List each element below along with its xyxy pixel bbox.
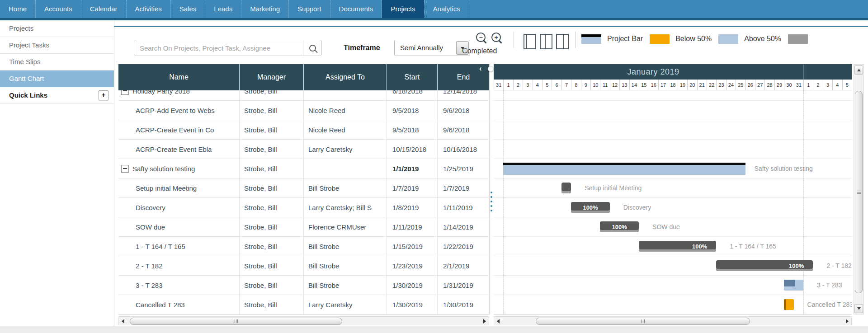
- scroll-left-arrow-icon[interactable]: [495, 318, 501, 324]
- table-row[interactable]: Setup initial MeetingStrobe, BillBill St…: [118, 178, 489, 198]
- pane-splitter[interactable]: [489, 64, 490, 314]
- crm-gantt-app: HomeAccountsCalendarActivitiesSalesLeads…: [0, 0, 868, 333]
- table-row[interactable]: ACRP-Create Event in CoStrobe, BillNicol…: [118, 120, 489, 140]
- gantt-bar-setup-initial-meeting[interactable]: [561, 183, 571, 193]
- collapse-expander-icon[interactable]: [121, 90, 129, 95]
- table-row[interactable]: 1 - T 164 / T 165Strobe, BillBill Strobe…: [118, 237, 489, 256]
- nav-tab-sales[interactable]: Sales: [171, 0, 206, 18]
- gantt-bar-label: 1 - T 164 / T 165: [730, 243, 776, 250]
- cell-name: Cancelled T 283: [118, 295, 240, 314]
- search-button[interactable]: [303, 40, 321, 56]
- nav-tab-support[interactable]: Support: [289, 0, 330, 18]
- cell-assigned-to: Nicole Reed: [304, 120, 387, 139]
- sidebar-item-gantt-chart[interactable]: Gantt Chart: [0, 70, 114, 87]
- gantt-bar-3-t-283[interactable]: [784, 280, 803, 291]
- gantt-bar-label: SOW due: [652, 223, 680, 230]
- sidebar-item-quick-links[interactable]: Quick Links+: [0, 87, 114, 104]
- day-header-cell: 19: [678, 80, 687, 90]
- splitter-grip-dot: [491, 210, 492, 211]
- gantt-bar-discovery[interactable]: 100%: [571, 202, 610, 213]
- gantt-bar-2-t-182[interactable]: 100%: [716, 260, 813, 271]
- add-quick-link-button[interactable]: +: [99, 90, 108, 100]
- day-header-cell: 22: [707, 80, 716, 90]
- gantt-bar-sow-due[interactable]: 100%: [600, 221, 639, 232]
- zoom-out-button[interactable]: −: [476, 33, 489, 45]
- column-header-start[interactable]: Start: [387, 64, 438, 90]
- table-row[interactable]: DiscoveryStrobe, BillLarry Caretsky; Bil…: [118, 198, 489, 217]
- pane-center-icon[interactable]: [540, 34, 552, 49]
- day-header-cell: 18: [668, 80, 677, 90]
- splitter-knob[interactable]: [488, 66, 494, 72]
- timeframe-dropdown[interactable]: Semi Annually: [394, 40, 470, 56]
- day-header-cell: 15: [639, 80, 648, 90]
- gantt-bar-1-t-164-t-165[interactable]: 100%: [639, 241, 716, 252]
- cell-name: Setup initial Meeting: [118, 178, 240, 197]
- day-header-cell: 21: [697, 80, 707, 90]
- cell-name: ACRP-Add Event to Webs: [118, 101, 240, 120]
- zoom-in-button[interactable]: +: [491, 33, 504, 45]
- table-scrollbar-thumb[interactable]: [130, 318, 342, 325]
- search-input[interactable]: [134, 40, 303, 56]
- toolbar-divider: [514, 32, 514, 48]
- legend-swatch-project-bar: [581, 34, 601, 44]
- cell-name: ACRP-Create Event in Co: [118, 120, 240, 139]
- table-row[interactable]: Holiday Party 2018Strobe, Bill6/18/20181…: [118, 90, 489, 101]
- cell-assigned-to: Bill Strobe: [304, 178, 387, 197]
- gantt-body: Safty solution testingSetup initial Meet…: [494, 90, 852, 314]
- gantt-bar-label: Safty solution testing: [755, 165, 813, 172]
- splitter-grip-dot: [491, 192, 492, 193]
- gantt-scrollbar-thumb[interactable]: [536, 318, 750, 325]
- column-header-assigned-to[interactable]: Assigned To: [304, 64, 387, 90]
- nav-tab-documents[interactable]: Documents: [330, 0, 382, 18]
- table-row[interactable]: Safty solution testingStrobe, Bill1/1/20…: [118, 159, 489, 178]
- table-row[interactable]: 3 - T 283Strobe, BillBill Strobe1/30/201…: [118, 276, 489, 295]
- scroll-right-arrow-icon[interactable]: [844, 318, 850, 324]
- collapse-expander-icon[interactable]: [121, 165, 129, 173]
- cell-manager: Strobe, Bill: [240, 120, 304, 139]
- table-row[interactable]: ACRP-Create Event EblaStrobe, BillLarry …: [118, 140, 489, 159]
- task-name-text: Setup initial Meeting: [136, 184, 197, 192]
- day-header-cell: 9: [581, 80, 590, 90]
- gantt-bar-cancelled-t-283[interactable]: [784, 299, 793, 310]
- sidebar-item-project-tasks[interactable]: Project Tasks: [0, 37, 114, 54]
- gantt-vertical-scrollbar[interactable]: [854, 64, 864, 314]
- table-row[interactable]: SOW dueStrobe, BillFlorence CRMUser1/11/…: [118, 217, 489, 237]
- pane-left-icon[interactable]: [524, 34, 536, 49]
- table-row[interactable]: 2 - T 182Strobe, BillBill Strobe1/23/201…: [118, 256, 489, 276]
- nav-tab-analytics[interactable]: Analytics: [425, 0, 469, 18]
- nav-tab-marketing[interactable]: Marketing: [241, 0, 289, 18]
- chevron-left-icon[interactable]: ‹: [479, 65, 481, 73]
- nav-tab-leads[interactable]: Leads: [205, 0, 241, 18]
- day-header-cell: 1: [803, 80, 813, 90]
- scroll-up-arrow-icon[interactable]: [854, 66, 863, 75]
- cell-manager: Strobe, Bill: [240, 101, 304, 120]
- sidebar-item-time-slips[interactable]: Time Slips: [0, 54, 114, 70]
- cell-end: 1/14/2019: [438, 217, 489, 236]
- gantt-horizontal-scrollbar[interactable]: [494, 316, 852, 325]
- table-row[interactable]: Cancelled T 283Strobe, BillLarry Caretsk…: [118, 295, 489, 314]
- gantt-bar-safty-solution-testing[interactable]: [503, 163, 745, 175]
- nav-tab-home[interactable]: Home: [0, 0, 36, 18]
- splitter-grip-dot: [491, 201, 492, 202]
- column-header-manager[interactable]: Manager: [240, 64, 304, 90]
- task-name-text: 3 - T 283: [136, 281, 163, 289]
- table-horizontal-scrollbar[interactable]: [118, 316, 489, 325]
- cell-manager: Strobe, Bill: [240, 295, 304, 314]
- cell-end: 2/1/2019: [438, 256, 489, 275]
- cell-name: SOW due: [118, 217, 240, 236]
- gantt-row: [494, 120, 852, 140]
- column-header-name[interactable]: Name: [118, 64, 240, 90]
- day-header-cell: 14: [629, 80, 639, 90]
- gantt-row: [494, 140, 852, 159]
- vertical-scrollbar-thumb[interactable]: [855, 91, 863, 293]
- nav-tab-activities[interactable]: Activities: [127, 0, 171, 18]
- nav-tab-calendar[interactable]: Calendar: [81, 0, 127, 18]
- scroll-left-arrow-icon[interactable]: [120, 318, 126, 324]
- sidebar-item-projects[interactable]: Projects: [0, 20, 114, 37]
- scroll-right-arrow-icon[interactable]: [481, 318, 488, 324]
- nav-tab-accounts[interactable]: Accounts: [36, 0, 81, 18]
- nav-tab-projects[interactable]: Projects: [382, 0, 424, 18]
- scroll-down-arrow-icon[interactable]: [854, 304, 863, 313]
- pane-right-icon[interactable]: [556, 34, 569, 49]
- table-row[interactable]: ACRP-Add Event to WebsStrobe, BillNicole…: [118, 101, 489, 120]
